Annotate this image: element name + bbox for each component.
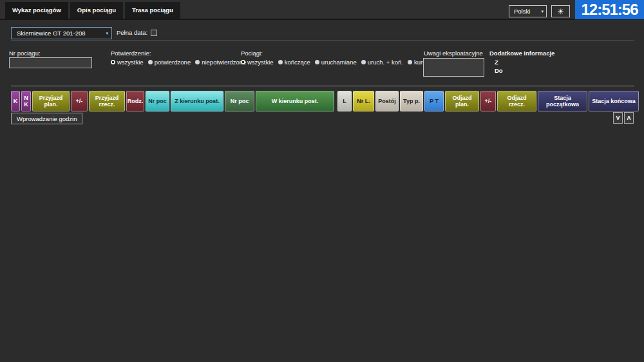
radio-icon xyxy=(148,60,153,64)
operational-remarks-textarea[interactable] xyxy=(423,58,484,77)
confirmation-label: Potwierdzenie: xyxy=(111,50,151,57)
radio-icon xyxy=(241,60,245,64)
radio-label: kończące xyxy=(285,59,310,66)
top-bar: Wykaz pociągów Opis pociągu Trasa pociąg… xyxy=(0,0,644,20)
brightness-toggle-button[interactable]: ☀ xyxy=(551,5,570,17)
sun-icon: ☀ xyxy=(557,7,564,16)
operational-remarks-label: Uwagi eksploatacyjne xyxy=(424,50,483,57)
column-header-nr-poc-out[interactable]: Nr poc xyxy=(225,91,254,111)
digital-clock: 12:51:56 xyxy=(575,0,644,19)
column-header-plus-minus-1[interactable]: +/- xyxy=(71,91,88,111)
radio-option-uruch-kon[interactable]: uruch. + koń. xyxy=(361,59,403,66)
column-header-plus-minus-2[interactable]: +/- xyxy=(480,91,496,111)
column-header-k[interactable]: K xyxy=(11,91,20,111)
language-select[interactable]: Polski ▾ xyxy=(509,5,547,17)
column-header-nr-poc-in[interactable]: Nr poc xyxy=(146,91,169,111)
radio-label: uruch. + koń. xyxy=(368,59,403,66)
radio-label: niepotwierdzone xyxy=(202,59,246,66)
additional-info-from-label: Z xyxy=(495,59,498,66)
radio-icon xyxy=(361,60,366,64)
language-select-value: Polski xyxy=(514,8,530,15)
table-header-row: K N K Przyjazd plan. +/- Przyjazd rzecz.… xyxy=(11,91,639,111)
full-date-checkbox[interactable] xyxy=(151,30,157,36)
station-select-value: Skierniewice GT 201-208 xyxy=(17,30,86,37)
column-header-z-kierunku[interactable]: Z kierunku post. xyxy=(171,91,223,111)
divider xyxy=(11,86,634,86)
chevron-down-icon: ▾ xyxy=(106,31,108,36)
column-header-nr-l[interactable]: Nr L. xyxy=(353,91,374,111)
column-header-typ-p[interactable]: Typ p. xyxy=(400,91,423,111)
column-header-rodz[interactable]: Rodz. xyxy=(126,91,144,111)
chevron-down-icon: ▾ xyxy=(541,9,544,14)
column-header-stacja-koncowa[interactable]: Stacja końcowa xyxy=(589,91,639,111)
confirmation-radio-group: wszystkie potwierdzone niepotwierdzone xyxy=(111,59,246,66)
column-header-przyjazd-plan[interactable]: Przyjazd plan. xyxy=(32,91,70,111)
column-header-przyjazd-rzecz[interactable]: Przyjazd rzecz. xyxy=(89,91,125,111)
enter-times-button[interactable]: Wprowadzanie godzin xyxy=(11,113,82,124)
column-header-l[interactable]: L xyxy=(337,91,352,111)
radio-option-potwierdzone[interactable]: potwierdzone xyxy=(148,59,191,66)
column-header-stacja-poczatkowa[interactable]: Stacja początkowa xyxy=(538,91,587,111)
trains-filter-label: Pociągi: xyxy=(241,50,263,57)
radio-icon xyxy=(195,60,200,64)
column-header-p-t[interactable]: P T xyxy=(424,91,444,111)
radio-option-niepotwierdzone[interactable]: niepotwierdzone xyxy=(195,59,246,66)
app-window: Wykaz pociągów Opis pociągu Trasa pociąg… xyxy=(0,0,644,362)
train-number-label: Nr pociągu: xyxy=(9,50,41,57)
tab-wykaz-pociagow[interactable]: Wykaz pociągów xyxy=(5,2,68,19)
radio-label: wszystkie xyxy=(247,59,274,66)
full-date-label: Pełna data: xyxy=(117,29,147,36)
radio-label: potwierdzone xyxy=(155,59,191,66)
column-header-w-kierunku[interactable]: W kierunku post. xyxy=(256,91,334,111)
radio-label: wszystkie xyxy=(117,59,144,66)
radio-label: uruchamiane xyxy=(321,59,357,66)
tab-trasa-pociagu[interactable]: Trasa pociągu xyxy=(125,2,180,19)
scroll-up-button[interactable]: Λ xyxy=(624,112,634,124)
radio-icon xyxy=(408,60,412,64)
divider xyxy=(11,40,634,41)
radio-icon xyxy=(111,60,115,64)
radio-option-wszystkie[interactable]: wszystkie xyxy=(111,59,144,66)
tab-opis-pociagu[interactable]: Opis pociągu xyxy=(70,2,123,19)
radio-icon xyxy=(278,60,283,64)
radio-icon xyxy=(315,60,319,64)
additional-info-label: Dodatkowe informacje xyxy=(489,50,554,57)
column-header-postoj[interactable]: Postój xyxy=(375,91,399,111)
radio-option-uruchamiane[interactable]: uruchamiane xyxy=(315,59,357,66)
station-select[interactable]: Skierniewice GT 201-208 ▾ xyxy=(11,27,112,39)
column-header-nk[interactable]: N K xyxy=(21,91,31,111)
radio-option-konczace[interactable]: kończące xyxy=(278,59,310,66)
column-header-odjazd-plan[interactable]: Odjazd plan. xyxy=(445,91,479,111)
scroll-down-button[interactable]: V xyxy=(613,112,623,124)
additional-info-to-label: Do xyxy=(495,67,503,74)
full-date-field: Pełna data: xyxy=(117,29,157,36)
train-number-input[interactable] xyxy=(9,57,92,68)
tab-bar: Wykaz pociągów Opis pociągu Trasa pociąg… xyxy=(5,2,180,19)
trains-radio-group: wszystkie kończące uruchamiane uruch. + … xyxy=(241,59,440,66)
radio-option-wszystkie[interactable]: wszystkie xyxy=(241,59,274,66)
column-header-odjazd-rzecz[interactable]: Odjazd rzecz. xyxy=(497,91,536,111)
